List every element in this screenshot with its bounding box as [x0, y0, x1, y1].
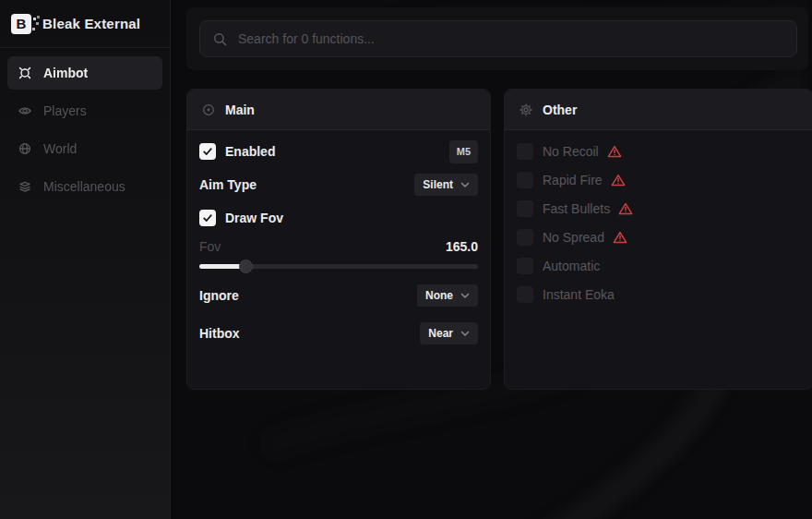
- sidebar-item-label: Miscellaneous: [43, 179, 125, 194]
- no-spread-label: No Spread: [543, 230, 604, 245]
- enabled-label: Enabled: [225, 144, 275, 159]
- sidebar-item-world[interactable]: World: [7, 132, 162, 165]
- search-placeholder: Search for 0 functions...: [238, 31, 375, 46]
- search-panel: Search for 0 functions...: [186, 7, 808, 70]
- logo-glitch-pixels: [33, 18, 36, 20]
- automatic-label: Automatic: [543, 259, 600, 273]
- draw-fov-label: Draw Fov: [225, 211, 283, 225]
- warning-icon: [611, 174, 626, 187]
- panel-other-title: Other: [543, 103, 577, 117]
- ignore-dropdown[interactable]: None: [417, 284, 478, 307]
- panel-main-body: Enabled M5 Aim Type Silent: [187, 139, 490, 344]
- layers-icon: [18, 180, 31, 193]
- fov-slider-thumb[interactable]: [239, 260, 253, 273]
- enabled-row: Enabled M5: [199, 139, 478, 163]
- check-icon: [202, 146, 213, 157]
- ignore-label: Ignore: [199, 288, 239, 303]
- no-spread-checkbox[interactable]: [517, 229, 533, 246]
- panel-other: Other No Recoil Rapid Fire: [504, 89, 812, 390]
- no-recoil-label: No Recoil: [543, 144, 599, 159]
- toggle-row-fast-bullets: Fast Bullets: [517, 197, 801, 221]
- instant-eoka-checkbox[interactable]: [517, 286, 533, 303]
- ignore-value: None: [425, 289, 453, 302]
- fov-slider[interactable]: [199, 260, 478, 273]
- fov-row: Fov 165.0: [199, 236, 478, 257]
- sidebar-item-aimbot[interactable]: Aimbot: [7, 56, 162, 90]
- sidebar-item-label: World: [43, 141, 77, 156]
- panel-main-title: Main: [225, 103, 255, 117]
- hitbox-label: Hitbox: [199, 326, 240, 341]
- toggle-row-instant-eoka: Instant Eoka: [517, 283, 801, 307]
- draw-fov-row: Draw Fov: [199, 206, 478, 230]
- no-recoil-checkbox[interactable]: [517, 143, 533, 160]
- search-input[interactable]: Search for 0 functions...: [199, 20, 797, 57]
- app-title: Bleak External: [42, 16, 140, 31]
- panel-other-body: No Recoil Rapid Fire Fast Bullets: [505, 139, 812, 307]
- sidebar-nav: Aimbot Players: [0, 48, 170, 216]
- crosshair-icon: [18, 66, 31, 79]
- warning-icon: [613, 231, 627, 244]
- sidebar-item-label: Players: [43, 103, 87, 118]
- rapid-fire-label: Rapid Fire: [543, 173, 603, 187]
- warning-icon: [618, 202, 633, 215]
- aim-type-row: Aim Type Silent: [199, 174, 478, 196]
- sidebar-item-miscellaneous[interactable]: Miscellaneous: [7, 170, 162, 203]
- target-icon: [202, 103, 215, 116]
- keybind-button[interactable]: M5: [449, 140, 478, 163]
- sidebar-header: B Bleak External: [0, 0, 170, 48]
- check-icon: [202, 212, 213, 223]
- ignore-row: Ignore None: [199, 284, 478, 307]
- hitbox-value: Near: [428, 327, 453, 340]
- fast-bullets-checkbox[interactable]: [517, 200, 533, 217]
- panel-main: Main Enabled M5 Aim Type Silent: [186, 89, 491, 390]
- gear-icon: [519, 103, 532, 116]
- panel-other-header: Other: [505, 90, 812, 130]
- enabled-checkbox[interactable]: [199, 143, 216, 160]
- warning-icon: [607, 145, 622, 158]
- hitbox-row: Hitbox Near: [199, 322, 478, 344]
- chevron-down-icon: [460, 182, 470, 188]
- app-window: B Bleak External Aimbot: [0, 0, 812, 519]
- sidebar-item-players[interactable]: Players: [7, 94, 162, 127]
- app-logo: B: [11, 14, 31, 34]
- toggle-row-no-recoil: No Recoil: [517, 139, 801, 163]
- eye-icon: [18, 104, 31, 117]
- aim-type-label: Aim Type: [199, 177, 257, 192]
- logo-letter: B: [17, 16, 27, 31]
- search-icon: [213, 32, 227, 46]
- instant-eoka-label: Instant Eoka: [543, 287, 615, 302]
- toggle-row-automatic: Automatic: [517, 254, 801, 278]
- main-content: Search for 0 functions... Main Enabled: [171, 0, 812, 519]
- automatic-checkbox[interactable]: [517, 258, 533, 274]
- chevron-down-icon: [460, 331, 470, 337]
- chevron-down-icon: [460, 293, 470, 299]
- sidebar-item-label: Aimbot: [43, 66, 88, 80]
- globe-icon: [18, 142, 31, 155]
- aim-type-value: Silent: [423, 178, 453, 191]
- fast-bullets-label: Fast Bullets: [543, 201, 610, 216]
- panel-main-header: Main: [187, 90, 490, 130]
- toggle-row-rapid-fire: Rapid Fire: [517, 168, 801, 192]
- rapid-fire-checkbox[interactable]: [517, 172, 533, 188]
- sidebar: B Bleak External Aimbot: [0, 0, 171, 519]
- aim-type-dropdown[interactable]: Silent: [414, 174, 478, 196]
- fov-label: Fov: [199, 239, 221, 254]
- hitbox-dropdown[interactable]: Near: [420, 322, 478, 344]
- fov-value: 165.0: [446, 239, 478, 254]
- toggle-row-no-spread: No Spread: [517, 225, 801, 249]
- draw-fov-checkbox[interactable]: [199, 210, 216, 226]
